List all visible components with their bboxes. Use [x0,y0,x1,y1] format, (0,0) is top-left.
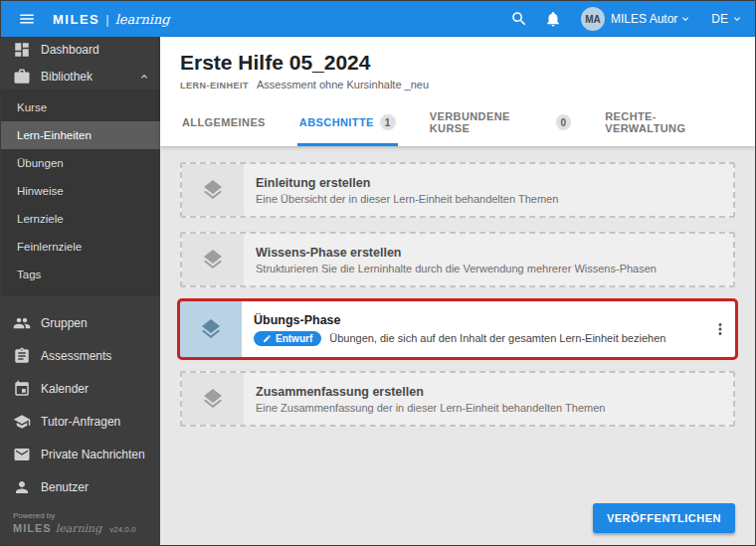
hamburger-icon [18,10,36,28]
sidebar-item-kurse[interactable]: Kurse [1,93,160,121]
tab-abschnitte[interactable]: ABSCHNITTE 1 [297,104,398,146]
footer-version: v24.0.0 [109,525,135,534]
sidebar-item-assessments[interactable]: Assessments [1,339,160,372]
section-description: Eine Zusammenfassung der in dieser Lern-… [256,402,721,414]
calendar-icon [13,380,31,398]
chevron-up-icon [138,71,150,83]
brand-script: learning [115,12,170,27]
footer-brand: MILES [13,522,52,534]
sidebar-item-bibliothek[interactable]: Bibliothek [1,64,160,91]
page-title: Erste Hilfe 05_2024 [180,51,735,75]
section-description: Strukturieren Sie die Lerninhalte durch … [256,263,721,274]
tab-label: ABSCHNITTE [299,116,374,128]
avatar: MA [581,7,605,31]
tab-label: ALLGEMEINES [182,116,266,128]
brand-divider: | [105,12,108,27]
tab-label: VERBUNDENE KURSE [430,110,550,134]
powered-by-label: Powered by [13,511,148,520]
sidebar-item-lern-einheiten[interactable]: Lern-Einheiten [1,121,160,149]
section-description: Eine Übersicht der in dieser Lern-Einhei… [256,193,721,205]
sidebar-item-label: Dashboard [41,43,150,57]
hamburger-menu-button[interactable] [13,5,41,33]
sidebar-item-hinweise[interactable]: Hinweise [1,177,160,205]
search-button[interactable] [505,5,533,33]
sidebar-item-dashboard[interactable]: Dashboard [1,37,160,64]
tab-count-badge: 1 [380,114,396,130]
footer-brand-script: learning [56,522,102,535]
language-selector[interactable]: DE [711,12,743,26]
tab-allgemeines[interactable]: ALLGEMEINES [180,104,268,146]
brand-logo: MILES | learning [53,12,170,27]
app-window: MILES | learning MA MILES Autor DE [0,0,756,546]
sidebar-item-tutor-anfragen[interactable]: Tutor-Anfragen [1,405,160,438]
bell-icon [544,10,562,28]
sidebar-item-label: Benutzer [41,480,150,494]
sidebar-item-feinlernziele[interactable]: Feinlernziele [1,233,160,261]
tab-verbundene-kurse[interactable]: VERBUNDENE KURSE 0 [428,104,573,146]
sidebar-item-label: Bibliothek [41,70,128,84]
pencil-icon [263,334,272,343]
brand-name: MILES [53,12,99,27]
layers-icon [182,234,244,285]
tab-label: RECHTE-VERWALTUNG [605,110,733,134]
sidebar: Dashboard Bibliothek Kurse Lern-Einheite… [1,37,160,545]
chevron-down-icon [679,13,691,25]
topbar: MILES | learning MA MILES Autor DE [1,1,755,37]
sidebar-item-gruppen[interactable]: Gruppen [1,306,160,339]
sidebar-item-benutzer[interactable]: Benutzer [1,470,160,503]
section-title: Zusammenfassung erstellen [256,385,721,399]
status-badge[interactable]: Entwurf [254,331,321,346]
groups-icon [13,314,31,332]
section-menu-button[interactable] [705,301,735,357]
sidebar-item-label: Assessments [41,349,150,363]
status-badge-label: Entwurf [276,333,312,344]
user-icon [13,478,31,496]
language-label: DE [711,12,728,26]
user-name: MILES Autor [611,12,677,26]
section-title: Wissens-Phase erstellen [256,246,721,260]
tutor-icon [13,413,31,431]
sidebar-item-label: Tutor-Anfragen [41,415,150,429]
sidebar-item-label: Kalender [41,382,150,396]
sidebar-footer: Powered by MILES learning v24.0.0 [1,503,160,545]
tab-count-badge: 0 [556,114,571,130]
entity-name-label: Assessment ohne Kursinhalte _neu [257,79,429,91]
section-card-uebungs-phase[interactable]: Übungs-Phase Entwurf Übungen, die sich a… [180,301,735,357]
mail-icon [13,446,31,463]
sections-list: Einleitung erstellen Eine Übersicht der … [160,146,755,545]
section-description: Übungen, die sich auf den Inhalt der ges… [329,332,665,344]
chevron-down-icon [731,13,743,25]
sidebar-item-label: Gruppen [41,316,150,330]
dashboard-icon [13,41,31,59]
sidebar-item-uebungen[interactable]: Übungen [1,149,160,177]
tab-bar: ALLGEMEINES ABSCHNITTE 1 VERBUNDENE KURS… [180,104,735,146]
notifications-button[interactable] [539,5,567,33]
entity-type-label: LERN-EINHEIT [180,81,249,91]
sidebar-item-lernziele[interactable]: Lernziele [1,205,160,233]
user-menu[interactable]: MA MILES Autor [573,7,691,31]
layers-icon [180,301,242,357]
sidebar-item-kalender[interactable]: Kalender [1,372,160,405]
library-submenu: Kurse Lern-Einheiten Übungen Hinweise Le… [1,90,160,296]
sidebar-item-tags[interactable]: Tags [1,261,160,288]
sidebar-item-label: Private Nachrichten [41,448,150,461]
sidebar-item-private-nachrichten[interactable]: Private Nachrichten [1,438,160,470]
layers-icon [182,373,244,425]
breadcrumb: LERN-EINHEIT Assessment ohne Kursinhalte… [180,79,735,91]
publish-button[interactable]: VERÖFFENTLICHEN [593,503,735,533]
section-title: Einleitung erstellen [256,176,721,190]
page-header: Erste Hilfe 05_2024 LERN-EINHEIT Assessm… [160,37,755,146]
search-icon [510,10,528,28]
main-area: Erste Hilfe 05_2024 LERN-EINHEIT Assessm… [160,37,755,545]
section-title: Übungs-Phase [254,313,693,327]
library-icon [13,68,31,86]
assessments-icon [13,347,31,365]
section-card-zusammenfassung[interactable]: Zusammenfassung erstellen Eine Zusammenf… [180,371,735,427]
layers-icon [182,164,244,216]
tab-rechte-verwaltung[interactable]: RECHTE-VERWALTUNG [603,104,735,146]
section-card-wissens-phase[interactable]: Wissens-Phase erstellen Strukturieren Si… [180,232,735,287]
kebab-menu-icon [711,320,729,338]
section-card-einleitung[interactable]: Einleitung erstellen Eine Übersicht der … [180,162,735,218]
